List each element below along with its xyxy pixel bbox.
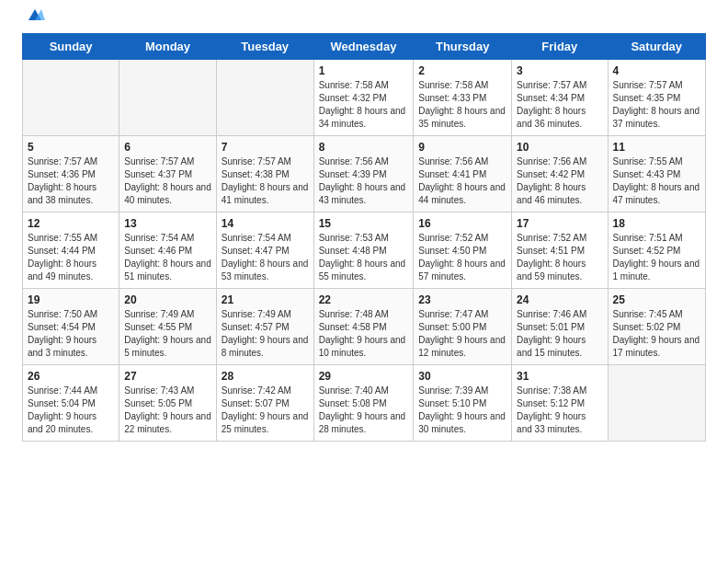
- calendar-table: SundayMondayTuesdayWednesdayThursdayFrid…: [22, 33, 706, 442]
- sunrise-text: Sunrise: 7:56 AM: [418, 155, 506, 168]
- sunset-text: Sunset: 5:10 PM: [418, 397, 506, 410]
- sunset-text: Sunset: 4:39 PM: [319, 168, 409, 181]
- day-number: 6: [124, 141, 211, 154]
- sunrise-text: Sunrise: 7:45 AM: [613, 308, 700, 321]
- daylight-text: Daylight: 9 hours and 30 minutes.: [418, 410, 506, 436]
- day-info: Sunrise: 7:45 AMSunset: 5:02 PMDaylight:…: [613, 308, 700, 360]
- calendar-cell: 2Sunrise: 7:58 AMSunset: 4:33 PMDaylight…: [414, 60, 512, 136]
- day-number: 2: [418, 64, 506, 77]
- sunrise-text: Sunrise: 7:55 AM: [28, 232, 114, 245]
- sunset-text: Sunset: 4:37 PM: [124, 168, 211, 181]
- day-info: Sunrise: 7:57 AMSunset: 4:35 PMDaylight:…: [613, 79, 700, 131]
- calendar-cell: 15Sunrise: 7:53 AMSunset: 4:48 PMDayligh…: [313, 213, 414, 289]
- calendar-cell: 14Sunrise: 7:54 AMSunset: 4:47 PMDayligh…: [216, 213, 313, 289]
- day-number: 8: [319, 141, 409, 154]
- day-info: Sunrise: 7:57 AMSunset: 4:36 PMDaylight:…: [28, 155, 114, 207]
- calendar-cell: [23, 60, 119, 136]
- day-info: Sunrise: 7:49 AMSunset: 4:57 PMDaylight:…: [222, 308, 309, 360]
- daylight-text: Daylight: 9 hours and 10 minutes.: [319, 334, 409, 360]
- day-info: Sunrise: 7:56 AMSunset: 4:39 PMDaylight:…: [319, 155, 409, 207]
- day-header-wednesday: Wednesday: [313, 34, 414, 60]
- daylight-text: Daylight: 9 hours and 12 minutes.: [418, 334, 506, 360]
- sunset-text: Sunset: 4:58 PM: [319, 321, 409, 334]
- days-header-row: SundayMondayTuesdayWednesdayThursdayFrid…: [23, 34, 706, 60]
- daylight-text: Daylight: 8 hours and 37 minutes.: [613, 105, 700, 131]
- week-row-2: 12Sunrise: 7:55 AMSunset: 4:44 PMDayligh…: [23, 213, 706, 289]
- day-info: Sunrise: 7:52 AMSunset: 4:50 PMDaylight:…: [418, 232, 506, 283]
- sunrise-text: Sunrise: 7:49 AM: [124, 308, 211, 321]
- calendar-cell: [216, 60, 313, 136]
- sunset-text: Sunset: 5:07 PM: [222, 397, 309, 410]
- sunset-text: Sunset: 4:32 PM: [319, 92, 409, 105]
- sunrise-text: Sunrise: 7:56 AM: [319, 155, 409, 168]
- sunset-text: Sunset: 4:43 PM: [613, 168, 700, 181]
- sunset-text: Sunset: 4:51 PM: [517, 245, 602, 258]
- day-header-saturday: Saturday: [608, 34, 705, 60]
- daylight-text: Daylight: 8 hours and 55 minutes.: [319, 258, 409, 283]
- daylight-text: Daylight: 9 hours and 1 minute.: [613, 258, 700, 283]
- day-header-sunday: Sunday: [23, 34, 119, 60]
- sunrise-text: Sunrise: 7:54 AM: [222, 232, 309, 245]
- day-info: Sunrise: 7:48 AMSunset: 4:58 PMDaylight:…: [319, 308, 409, 360]
- sunrise-text: Sunrise: 7:50 AM: [28, 308, 114, 321]
- day-number: 30: [418, 370, 506, 383]
- sunset-text: Sunset: 5:04 PM: [28, 397, 114, 410]
- daylight-text: Daylight: 9 hours and 25 minutes.: [222, 410, 309, 436]
- day-info: Sunrise: 7:38 AMSunset: 5:12 PMDaylight:…: [517, 385, 602, 436]
- sunset-text: Sunset: 4:34 PM: [517, 92, 602, 105]
- calendar-cell: 20Sunrise: 7:49 AMSunset: 4:55 PMDayligh…: [119, 289, 217, 365]
- day-info: Sunrise: 7:57 AMSunset: 4:37 PMDaylight:…: [124, 155, 211, 207]
- daylight-text: Daylight: 9 hours and 5 minutes.: [124, 334, 211, 360]
- day-info: Sunrise: 7:56 AMSunset: 4:42 PMDaylight:…: [517, 155, 602, 207]
- sunrise-text: Sunrise: 7:55 AM: [613, 155, 700, 168]
- calendar-cell: 11Sunrise: 7:55 AMSunset: 4:43 PMDayligh…: [608, 136, 705, 213]
- day-number: 21: [222, 293, 309, 306]
- sunrise-text: Sunrise: 7:57 AM: [222, 155, 309, 168]
- daylight-text: Daylight: 8 hours and 34 minutes.: [319, 105, 409, 131]
- day-header-friday: Friday: [512, 34, 608, 60]
- calendar-cell: 18Sunrise: 7:51 AMSunset: 4:52 PMDayligh…: [608, 213, 705, 289]
- day-info: Sunrise: 7:44 AMSunset: 5:04 PMDaylight:…: [28, 385, 114, 436]
- logo: [22, 17, 45, 24]
- daylight-text: Daylight: 9 hours and 15 minutes.: [517, 334, 602, 360]
- sunset-text: Sunset: 4:46 PM: [124, 245, 211, 258]
- day-number: 18: [613, 217, 700, 230]
- day-info: Sunrise: 7:53 AMSunset: 4:48 PMDaylight:…: [319, 232, 409, 283]
- daylight-text: Daylight: 9 hours and 17 minutes.: [613, 334, 700, 360]
- day-number: 17: [517, 217, 602, 230]
- daylight-text: Daylight: 8 hours and 44 minutes.: [418, 181, 506, 207]
- day-number: 27: [124, 370, 211, 383]
- sunrise-text: Sunrise: 7:58 AM: [418, 79, 506, 92]
- calendar-cell: 3Sunrise: 7:57 AMSunset: 4:34 PMDaylight…: [512, 60, 608, 136]
- day-header-monday: Monday: [119, 34, 217, 60]
- day-info: Sunrise: 7:51 AMSunset: 4:52 PMDaylight:…: [613, 232, 700, 283]
- day-info: Sunrise: 7:55 AMSunset: 4:44 PMDaylight:…: [28, 232, 114, 283]
- calendar-cell: [119, 60, 217, 136]
- sunset-text: Sunset: 4:55 PM: [124, 321, 211, 334]
- sunrise-text: Sunrise: 7:46 AM: [517, 308, 602, 321]
- calendar: SundayMondayTuesdayWednesdayThursdayFrid…: [0, 33, 728, 563]
- day-info: Sunrise: 7:49 AMSunset: 4:55 PMDaylight:…: [124, 308, 211, 360]
- sunrise-text: Sunrise: 7:53 AM: [319, 232, 409, 245]
- calendar-cell: 10Sunrise: 7:56 AMSunset: 4:42 PMDayligh…: [512, 136, 608, 213]
- day-number: 19: [28, 293, 114, 306]
- day-info: Sunrise: 7:46 AMSunset: 5:01 PMDaylight:…: [517, 308, 602, 360]
- sunrise-text: Sunrise: 7:48 AM: [319, 308, 409, 321]
- sunrise-text: Sunrise: 7:57 AM: [613, 79, 700, 92]
- day-info: Sunrise: 7:43 AMSunset: 5:05 PMDaylight:…: [124, 385, 211, 436]
- sunset-text: Sunset: 4:54 PM: [28, 321, 114, 334]
- day-number: 31: [517, 370, 602, 383]
- day-number: 5: [28, 141, 114, 154]
- calendar-cell: 7Sunrise: 7:57 AMSunset: 4:38 PMDaylight…: [216, 136, 313, 213]
- day-number: 22: [319, 293, 409, 306]
- daylight-text: Daylight: 8 hours and 40 minutes.: [124, 181, 211, 207]
- calendar-cell: 22Sunrise: 7:48 AMSunset: 4:58 PMDayligh…: [313, 289, 414, 365]
- calendar-cell: 9Sunrise: 7:56 AMSunset: 4:41 PMDaylight…: [414, 136, 512, 213]
- day-info: Sunrise: 7:58 AMSunset: 4:32 PMDaylight:…: [319, 79, 409, 131]
- daylight-text: Daylight: 9 hours and 8 minutes.: [222, 334, 309, 360]
- sunrise-text: Sunrise: 7:58 AM: [319, 79, 409, 92]
- week-row-0: 1Sunrise: 7:58 AMSunset: 4:32 PMDaylight…: [23, 60, 706, 136]
- day-info: Sunrise: 7:56 AMSunset: 4:41 PMDaylight:…: [418, 155, 506, 207]
- sunset-text: Sunset: 5:05 PM: [124, 397, 211, 410]
- logo-icon: [25, 7, 45, 24]
